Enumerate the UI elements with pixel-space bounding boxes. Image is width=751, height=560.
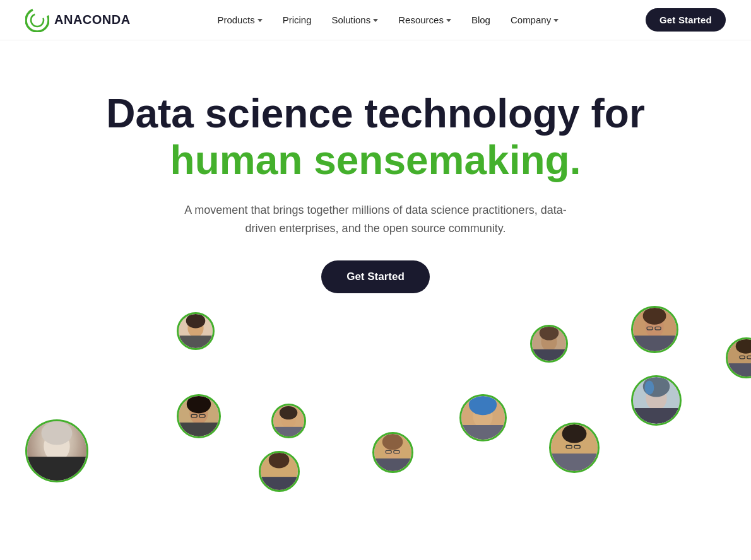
hero-get-started-button[interactable]: Get Started [321, 260, 430, 293]
svg-point-42 [269, 453, 290, 469]
nav-item-blog[interactable]: Blog [463, 9, 499, 30]
nav-item-pricing[interactable]: Pricing [274, 9, 321, 30]
svg-rect-46 [551, 453, 598, 471]
svg-rect-29 [633, 335, 677, 351]
avatar [259, 451, 300, 492]
svg-rect-18 [374, 458, 411, 471]
svg-rect-35 [633, 408, 680, 424]
hero-cta-wrap: Get Started [25, 260, 726, 293]
logo[interactable]: ANACONDA [25, 8, 131, 32]
svg-point-14 [280, 406, 298, 419]
svg-rect-38 [728, 363, 751, 376]
svg-rect-10 [179, 423, 219, 436]
chevron-down-icon [373, 19, 378, 22]
svg-point-22 [469, 396, 497, 415]
avatar [177, 312, 215, 350]
nav-item-solutions[interactable]: Solutions [323, 9, 387, 30]
nav-links: Products Pricing Solutions Resources Blo… [208, 9, 567, 30]
avatar [631, 375, 682, 426]
svg-point-3 [42, 421, 73, 445]
avatar [271, 404, 306, 438]
hero-title: Data science technology for human sensem… [92, 91, 659, 184]
svg-point-37 [736, 339, 751, 354]
nav-item-products[interactable]: Products [208, 9, 271, 30]
hero-subtitle: A movement that brings together millions… [180, 201, 571, 238]
avatar [177, 394, 221, 438]
svg-rect-7 [179, 335, 213, 348]
avatar [530, 325, 568, 363]
avatar [25, 419, 88, 482]
avatar [631, 306, 678, 353]
hero-section: Data science technology for human sensem… [0, 40, 751, 508]
chevron-down-icon [553, 19, 559, 22]
svg-rect-15 [273, 427, 304, 436]
avatar [372, 432, 413, 473]
avatar [459, 394, 507, 441]
svg-point-1 [31, 14, 44, 26]
avatar [726, 337, 751, 378]
nav-item-resources[interactable]: Resources [389, 9, 460, 30]
svg-rect-26 [532, 349, 566, 361]
navbar: ANACONDA Products Pricing Solutions Reso… [0, 0, 751, 40]
logo-icon [25, 8, 49, 32]
svg-point-34 [645, 380, 654, 394]
svg-point-45 [562, 424, 587, 443]
avatar [549, 423, 600, 473]
svg-rect-23 [461, 425, 505, 440]
svg-rect-43 [261, 477, 298, 490]
chevron-down-icon [446, 19, 451, 22]
svg-point-0 [26, 9, 49, 32]
svg-point-17 [382, 434, 403, 450]
svg-point-6 [186, 314, 206, 329]
nav-item-company[interactable]: Company [502, 9, 567, 30]
svg-point-28 [643, 308, 666, 325]
chevron-down-icon [257, 19, 263, 22]
community-avatars [25, 306, 726, 508]
svg-rect-4 [27, 457, 86, 481]
logo-text: ANACONDA [54, 13, 131, 27]
nav-get-started-button[interactable]: Get Started [646, 8, 726, 32]
